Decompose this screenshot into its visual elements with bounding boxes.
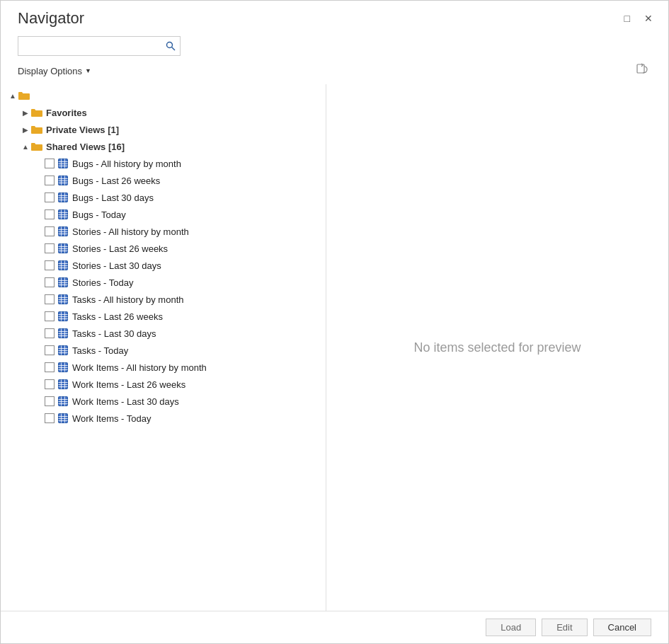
search-input[interactable]	[18, 37, 161, 55]
svg-rect-2	[637, 64, 644, 73]
checkbox-stories-26-weeks[interactable]	[45, 243, 55, 253]
checkbox-stories-30-days[interactable]	[45, 260, 55, 270]
favorites-label: Favorites	[46, 108, 87, 118]
cancel-button[interactable]: Cancel	[593, 619, 651, 636]
left-panel: ▲ ▶	[1, 84, 326, 611]
minimize-button[interactable]: □	[620, 12, 634, 25]
list-item[interactable]: Work Items - All history by month	[43, 359, 326, 376]
tree-root: ▲ ▶	[1, 87, 326, 427]
list-item[interactable]: Stories - Last 30 days	[43, 257, 326, 274]
table-icon	[57, 396, 69, 407]
close-button[interactable]: ✕	[640, 12, 657, 25]
leaf-label: Stories - All history by month	[72, 226, 189, 237]
checkbox-stories-today[interactable]	[45, 277, 55, 287]
svg-rect-3	[59, 159, 68, 168]
favorites-arrow: ▶	[21, 108, 30, 117]
list-item[interactable]: Stories - All history by month	[43, 223, 326, 240]
list-item[interactable]: Bugs - Today	[43, 206, 326, 223]
leaf-label: Work Items - Last 26 weeks	[72, 379, 185, 390]
checkbox-bugs-30-days[interactable]	[45, 192, 55, 202]
table-icon	[57, 345, 69, 356]
list-item[interactable]: Work Items - Today	[43, 410, 326, 427]
table-icon	[57, 413, 69, 424]
table-icon	[57, 311, 69, 322]
svg-rect-27	[59, 227, 68, 236]
leaf-label: Bugs - Last 30 days	[72, 192, 154, 203]
private-views-folder-icon	[30, 125, 43, 134]
checkbox-tasks-26-weeks[interactable]	[45, 311, 55, 321]
leaf-label: Tasks - Last 26 weeks	[72, 311, 163, 322]
shared-views-item[interactable]: ▲ Shared Views [16]	[21, 138, 326, 155]
toolbar-row: Display Options ▼	[1, 62, 668, 84]
list-item[interactable]: Work Items - Last 26 weeks	[43, 376, 326, 393]
list-item[interactable]: Bugs - Last 30 days	[43, 189, 326, 206]
display-options-button[interactable]: Display Options ▼	[18, 64, 91, 78]
right-panel: No items selected for preview	[326, 84, 668, 611]
edit-button[interactable]: Edit	[542, 619, 587, 636]
shared-views-folder-icon	[30, 142, 43, 151]
private-views-item[interactable]: ▶ Private Views [1]	[21, 121, 326, 138]
svg-rect-21	[59, 210, 68, 219]
checkbox-workitems-26-weeks[interactable]	[45, 379, 55, 389]
svg-rect-51	[59, 295, 68, 304]
list-item[interactable]: Tasks - All history by month	[43, 291, 326, 308]
list-item[interactable]: Stories - Today	[43, 274, 326, 291]
list-item[interactable]: Tasks - Last 30 days	[43, 325, 326, 342]
list-item[interactable]: Stories - Last 26 weeks	[43, 240, 326, 257]
search-icon	[166, 41, 176, 51]
display-options-label: Display Options	[18, 66, 82, 76]
title-bar-left: Navigator	[18, 9, 84, 28]
list-item[interactable]: Tasks - Last 26 weeks	[43, 308, 326, 325]
checkbox-bugs-26-weeks[interactable]	[45, 176, 55, 185]
table-icon	[57, 379, 69, 390]
leaf-label: Stories - Last 30 days	[72, 260, 161, 271]
private-views-label: Private Views [1]	[46, 125, 119, 135]
title-bar: Navigator □ ✕	[1, 1, 668, 33]
svg-rect-69	[59, 346, 68, 355]
main-content: ▲ ▶	[1, 84, 668, 611]
checkbox-workitems-30-days[interactable]	[45, 396, 55, 406]
checkbox-bugs-today[interactable]	[45, 209, 55, 219]
favorites-item[interactable]: ▶ Favorites	[21, 104, 326, 121]
checkbox-workitems-all-history[interactable]	[45, 362, 55, 372]
leaf-label: Bugs - All history by month	[72, 159, 181, 169]
table-icon	[57, 175, 69, 186]
svg-rect-87	[59, 397, 68, 406]
svg-rect-75	[59, 363, 68, 372]
checkbox-tasks-today[interactable]	[45, 345, 55, 355]
table-icon	[57, 294, 69, 305]
table-icon	[57, 192, 69, 203]
checkbox-stories-all-history[interactable]	[45, 226, 55, 236]
list-item[interactable]: Tasks - Today	[43, 342, 326, 359]
shared-views-label: Shared Views [16]	[46, 142, 125, 152]
list-item[interactable]: Bugs - Last 26 weeks	[43, 172, 326, 189]
leaf-label: Bugs - Today	[72, 209, 126, 220]
checkbox-workitems-today[interactable]	[45, 413, 55, 423]
leaf-label: Tasks - Today	[72, 345, 128, 356]
checkbox-tasks-30-days[interactable]	[45, 328, 55, 338]
search-button[interactable]	[161, 41, 180, 51]
window-title: Navigator	[18, 9, 84, 28]
search-input-wrap	[18, 36, 181, 56]
refresh-icon	[636, 63, 648, 76]
search-bar	[1, 33, 668, 62]
svg-rect-63	[59, 329, 68, 338]
checkbox-bugs-all-history[interactable]	[45, 159, 55, 168]
leaf-label: Work Items - All history by month	[72, 362, 207, 373]
refresh-button[interactable]	[633, 62, 651, 80]
svg-point-0	[167, 42, 173, 48]
svg-rect-93	[59, 414, 68, 423]
table-icon	[57, 328, 69, 339]
list-item[interactable]: Bugs - All history by month	[43, 155, 326, 172]
tree-root-item[interactable]: ▲	[8, 87, 326, 104]
svg-rect-33	[59, 244, 68, 253]
no-preview-text: No items selected for preview	[413, 340, 581, 355]
svg-rect-15	[59, 193, 68, 202]
table-icon	[57, 158, 69, 169]
checkbox-tasks-all-history[interactable]	[45, 294, 55, 304]
navigator-window: Navigator □ ✕ Display Options ▼	[0, 0, 669, 644]
list-item[interactable]: Work Items - Last 30 days	[43, 393, 326, 410]
leaf-label: Tasks - Last 30 days	[72, 328, 156, 339]
root-collapse-arrow: ▲	[8, 91, 18, 100]
load-button[interactable]: Load	[486, 619, 536, 636]
